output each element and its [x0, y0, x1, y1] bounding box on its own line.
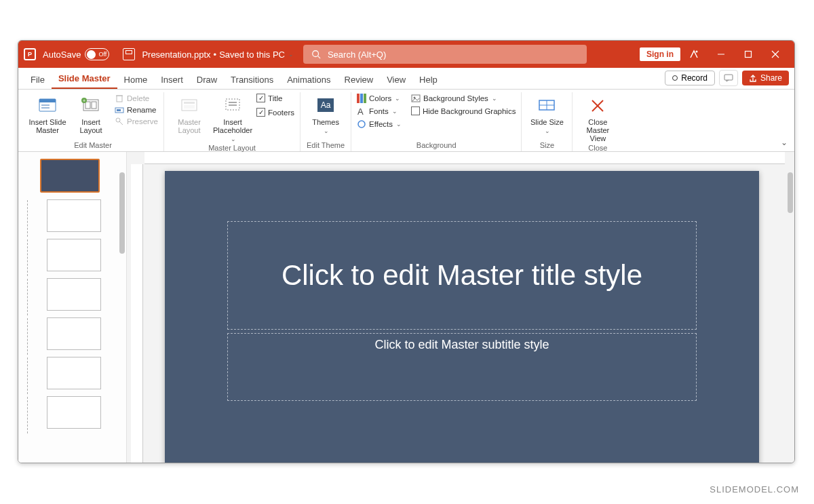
signin-button[interactable]: Sign in: [640, 47, 680, 61]
group-master-layout: Master Layout Insert Placeholder⌄ ✓Title…: [164, 92, 301, 151]
svg-rect-20: [117, 109, 121, 111]
svg-point-35: [358, 121, 365, 128]
rename-icon: [115, 105, 124, 115]
svg-point-2: [696, 51, 698, 53]
effects-icon: [357, 119, 366, 129]
fonts-icon: A: [357, 106, 366, 116]
group-background: Colors⌄ AFonts⌄ Effects⌄ Background Styl…: [351, 92, 522, 151]
maximize-button[interactable]: [735, 41, 762, 68]
master-layout-button: Master Layout: [170, 94, 209, 134]
thumbnails-scrollbar[interactable]: [119, 172, 125, 254]
collapse-ribbon-button[interactable]: ⌄: [781, 138, 788, 147]
tab-home[interactable]: Home: [117, 71, 155, 89]
svg-line-22: [119, 121, 123, 125]
title-checkbox[interactable]: ✓Title: [256, 94, 294, 102]
group-label: Edit Theme: [306, 140, 345, 151]
footers-checkbox[interactable]: ✓Footers: [256, 108, 294, 117]
themes-button[interactable]: Aa Themes⌄: [306, 94, 345, 134]
group-edit-theme: Aa Themes⌄ Edit Theme: [301, 92, 351, 151]
layout-thumbnail[interactable]: [47, 317, 101, 350]
tab-help[interactable]: Help: [412, 71, 444, 89]
group-label: Edit Master: [28, 140, 158, 151]
tab-transitions[interactable]: Transitions: [224, 71, 280, 89]
svg-point-0: [313, 51, 319, 57]
insert-slide-master-icon: [37, 95, 58, 117]
layout-thumbnail[interactable]: [47, 396, 101, 429]
rename-button[interactable]: Rename: [115, 105, 158, 115]
colors-button[interactable]: Colors⌄: [357, 94, 402, 103]
slide-canvas-area: Click to edit Master title style Click t…: [127, 152, 794, 463]
group-close: Close Master View Close: [573, 92, 623, 151]
watermark: SLIDEMODEL.COM: [710, 484, 799, 495]
svg-rect-10: [41, 104, 50, 106]
toggle-switch[interactable]: Off: [85, 48, 109, 60]
svg-rect-9: [39, 99, 56, 102]
tab-animations[interactable]: Animations: [280, 71, 337, 89]
horizontal-ruler: [144, 152, 785, 164]
svg-rect-17: [117, 96, 122, 102]
ribbon: Insert Slide Master + Insert Layout Dele…: [18, 90, 794, 152]
chevron-down-icon: ⌄: [392, 108, 398, 115]
tab-view[interactable]: View: [380, 71, 412, 89]
titlebar: P AutoSave Off Presentation.pptx • Saved…: [18, 41, 794, 68]
app-icon: P: [24, 48, 36, 60]
slide-size-button[interactable]: Slide Size⌄: [527, 94, 566, 134]
vertical-ruler: [131, 164, 143, 463]
layout-thumbnail[interactable]: [47, 357, 101, 389]
slide-thumbnails-pane[interactable]: [18, 152, 127, 463]
subtitle-text: Click to edit Master subtitle style: [228, 338, 696, 352]
canvas-scrollbar[interactable]: [788, 172, 793, 213]
hide-bg-checkbox[interactable]: ✓Hide Background Graphics: [411, 106, 516, 115]
record-button[interactable]: Record: [665, 71, 715, 85]
save-icon[interactable]: [123, 48, 135, 60]
svg-rect-25: [184, 105, 195, 109]
record-icon: [672, 75, 678, 81]
coming-soon-icon[interactable]: [680, 41, 708, 68]
group-label: Size: [527, 140, 566, 151]
document-title[interactable]: Presentation.pptx • Saved to this PC ⌄: [142, 50, 294, 60]
autosave-toggle[interactable]: AutoSave Off: [43, 48, 109, 60]
master-layout-icon: [178, 95, 200, 117]
ribbon-tabs: File Slide Master Home Insert Draw Trans…: [18, 68, 794, 90]
insert-layout-button[interactable]: + Insert Layout: [71, 94, 111, 134]
tab-insert[interactable]: Insert: [154, 71, 190, 89]
master-thumbnail[interactable]: [40, 159, 100, 193]
svg-rect-4: [745, 52, 752, 58]
group-label: Background: [357, 140, 516, 151]
minimize-button[interactable]: [708, 41, 735, 68]
svg-rect-27: [229, 102, 237, 103]
share-button[interactable]: Share: [742, 71, 789, 85]
subtitle-placeholder[interactable]: Click to edit Master subtitle style: [227, 333, 697, 401]
tab-draw[interactable]: Draw: [190, 71, 224, 89]
tab-review[interactable]: Review: [338, 71, 381, 89]
close-icon: [587, 95, 608, 117]
svg-text:A: A: [357, 106, 364, 116]
comments-button[interactable]: [719, 70, 738, 86]
chevron-down-icon: ⌄: [395, 95, 400, 102]
tab-file[interactable]: File: [24, 71, 52, 89]
tab-slide-master[interactable]: Slide Master: [52, 69, 117, 89]
share-icon: [749, 74, 757, 82]
svg-rect-32: [360, 94, 363, 103]
title-placeholder[interactable]: Click to edit Master title style: [227, 221, 697, 330]
title-text: Click to edit Master title style: [282, 259, 642, 292]
layout-thumbnail[interactable]: [47, 239, 101, 271]
close-master-view-button[interactable]: Close Master View: [578, 94, 617, 142]
autosave-label: AutoSave: [43, 50, 81, 60]
insert-placeholder-button[interactable]: Insert Placeholder⌄: [213, 94, 252, 142]
svg-rect-28: [229, 104, 237, 106]
chevron-down-icon: ⌄: [288, 51, 294, 58]
chevron-down-icon: ⌄: [396, 121, 402, 128]
close-button[interactable]: [762, 41, 789, 68]
search-input[interactable]: Search (Alt+Q): [303, 45, 587, 64]
chevron-down-icon: ⌄: [545, 128, 550, 134]
fonts-button[interactable]: AFonts⌄: [357, 106, 402, 116]
preserve-icon: [115, 117, 124, 126]
bg-styles-button[interactable]: Background Styles⌄: [411, 94, 516, 103]
layout-thumbnail[interactable]: [47, 278, 101, 311]
effects-button[interactable]: Effects⌄: [357, 119, 402, 129]
slide-master-canvas[interactable]: Click to edit Master title style Click t…: [165, 171, 759, 463]
insert-slide-master-button[interactable]: Insert Slide Master: [28, 94, 67, 134]
delete-icon: [115, 94, 124, 103]
layout-thumbnail[interactable]: [47, 199, 101, 232]
